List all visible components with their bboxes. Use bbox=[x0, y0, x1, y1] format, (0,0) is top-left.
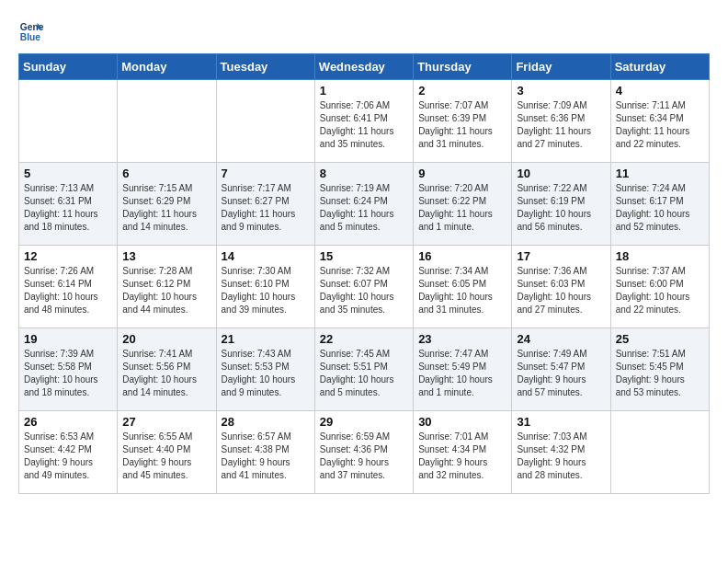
calendar-cell: 7Sunrise: 7:17 AM Sunset: 6:27 PM Daylig… bbox=[216, 163, 314, 246]
day-number: 8 bbox=[320, 167, 408, 180]
day-number: 1 bbox=[320, 84, 408, 98]
weekday-header: Saturday bbox=[610, 54, 709, 80]
day-info: Sunrise: 7:39 AM Sunset: 5:58 PM Dayligh… bbox=[24, 348, 112, 399]
day-info: Sunrise: 7:13 AM Sunset: 6:31 PM Dayligh… bbox=[24, 182, 112, 234]
day-number: 10 bbox=[517, 167, 605, 180]
day-info: Sunrise: 7:37 AM Sunset: 6:00 PM Dayligh… bbox=[616, 265, 704, 316]
day-number: 31 bbox=[517, 415, 605, 429]
day-number: 4 bbox=[616, 84, 704, 98]
day-number: 30 bbox=[418, 415, 506, 429]
day-number: 29 bbox=[320, 415, 408, 429]
day-info: Sunrise: 7:49 AM Sunset: 5:47 PM Dayligh… bbox=[517, 348, 605, 399]
calendar-week-row: 1Sunrise: 7:06 AM Sunset: 6:41 PM Daylig… bbox=[19, 80, 710, 163]
calendar-cell bbox=[19, 80, 118, 163]
svg-text:Blue: Blue bbox=[20, 32, 41, 42]
day-number: 21 bbox=[222, 332, 310, 346]
day-number: 15 bbox=[320, 249, 408, 263]
day-number: 24 bbox=[517, 332, 605, 346]
day-info: Sunrise: 7:34 AM Sunset: 6:05 PM Dayligh… bbox=[418, 265, 506, 316]
calendar-cell: 10Sunrise: 7:22 AM Sunset: 6:19 PM Dayli… bbox=[512, 163, 610, 246]
day-info: Sunrise: 7:30 AM Sunset: 6:10 PM Dayligh… bbox=[222, 265, 310, 316]
day-number: 18 bbox=[616, 249, 704, 263]
calendar-cell: 31Sunrise: 7:03 AM Sunset: 4:32 PM Dayli… bbox=[512, 411, 610, 494]
day-number: 6 bbox=[122, 167, 210, 180]
day-info: Sunrise: 7:24 AM Sunset: 6:17 PM Dayligh… bbox=[616, 182, 704, 234]
calendar-cell: 5Sunrise: 7:13 AM Sunset: 6:31 PM Daylig… bbox=[19, 163, 118, 246]
calendar-cell: 27Sunrise: 6:55 AM Sunset: 4:40 PM Dayli… bbox=[118, 411, 216, 494]
calendar-week-row: 5Sunrise: 7:13 AM Sunset: 6:31 PM Daylig… bbox=[19, 163, 710, 246]
day-info: Sunrise: 7:26 AM Sunset: 6:14 PM Dayligh… bbox=[24, 265, 112, 316]
calendar-cell: 13Sunrise: 7:28 AM Sunset: 6:12 PM Dayli… bbox=[118, 246, 216, 328]
weekday-header: Tuesday bbox=[216, 54, 314, 80]
day-info: Sunrise: 7:15 AM Sunset: 6:29 PM Dayligh… bbox=[122, 182, 210, 234]
calendar-cell: 29Sunrise: 6:59 AM Sunset: 4:36 PM Dayli… bbox=[314, 411, 413, 494]
calendar-cell: 20Sunrise: 7:41 AM Sunset: 5:56 PM Dayli… bbox=[118, 328, 216, 411]
day-info: Sunrise: 7:01 AM Sunset: 4:34 PM Dayligh… bbox=[418, 431, 506, 482]
day-number: 27 bbox=[122, 415, 210, 429]
calendar-cell: 22Sunrise: 7:45 AM Sunset: 5:51 PM Dayli… bbox=[314, 328, 413, 411]
weekday-header: Wednesday bbox=[314, 54, 413, 80]
day-info: Sunrise: 7:28 AM Sunset: 6:12 PM Dayligh… bbox=[122, 265, 210, 316]
day-info: Sunrise: 7:32 AM Sunset: 6:07 PM Dayligh… bbox=[320, 265, 408, 316]
day-number: 25 bbox=[616, 332, 704, 346]
calendar-week-row: 12Sunrise: 7:26 AM Sunset: 6:14 PM Dayli… bbox=[19, 246, 710, 328]
calendar-cell: 26Sunrise: 6:53 AM Sunset: 4:42 PM Dayli… bbox=[19, 411, 118, 494]
calendar-cell bbox=[610, 411, 709, 494]
calendar-cell: 14Sunrise: 7:30 AM Sunset: 6:10 PM Dayli… bbox=[216, 246, 314, 328]
day-number: 9 bbox=[418, 167, 506, 180]
calendar-cell: 28Sunrise: 6:57 AM Sunset: 4:38 PM Dayli… bbox=[216, 411, 314, 494]
calendar-cell: 1Sunrise: 7:06 AM Sunset: 6:41 PM Daylig… bbox=[314, 80, 413, 163]
day-info: Sunrise: 7:45 AM Sunset: 5:51 PM Dayligh… bbox=[320, 348, 408, 399]
day-info: Sunrise: 7:22 AM Sunset: 6:19 PM Dayligh… bbox=[517, 182, 605, 234]
day-number: 20 bbox=[122, 332, 210, 346]
day-number: 7 bbox=[222, 167, 310, 180]
day-number: 22 bbox=[320, 332, 408, 346]
calendar-cell: 11Sunrise: 7:24 AM Sunset: 6:17 PM Dayli… bbox=[610, 163, 709, 246]
day-info: Sunrise: 6:55 AM Sunset: 4:40 PM Dayligh… bbox=[122, 431, 210, 482]
day-info: Sunrise: 7:36 AM Sunset: 6:03 PM Dayligh… bbox=[517, 265, 605, 316]
calendar-cell: 18Sunrise: 7:37 AM Sunset: 6:00 PM Dayli… bbox=[610, 246, 709, 328]
calendar-cell: 2Sunrise: 7:07 AM Sunset: 6:39 PM Daylig… bbox=[414, 80, 512, 163]
day-number: 23 bbox=[418, 332, 506, 346]
day-number: 3 bbox=[517, 84, 605, 98]
calendar-cell: 23Sunrise: 7:47 AM Sunset: 5:49 PM Dayli… bbox=[414, 328, 512, 411]
logo: General Blue bbox=[18, 18, 48, 44]
day-number: 12 bbox=[24, 249, 112, 263]
calendar-cell: 9Sunrise: 7:20 AM Sunset: 6:22 PM Daylig… bbox=[414, 163, 512, 246]
day-info: Sunrise: 7:17 AM Sunset: 6:27 PM Dayligh… bbox=[222, 182, 310, 234]
calendar: SundayMondayTuesdayWednesdayThursdayFrid… bbox=[18, 53, 710, 494]
day-info: Sunrise: 7:43 AM Sunset: 5:53 PM Dayligh… bbox=[222, 348, 310, 399]
calendar-cell: 30Sunrise: 7:01 AM Sunset: 4:34 PM Dayli… bbox=[414, 411, 512, 494]
calendar-cell: 24Sunrise: 7:49 AM Sunset: 5:47 PM Dayli… bbox=[512, 328, 610, 411]
day-number: 13 bbox=[122, 249, 210, 263]
calendar-cell: 21Sunrise: 7:43 AM Sunset: 5:53 PM Dayli… bbox=[216, 328, 314, 411]
weekday-header: Thursday bbox=[414, 54, 512, 80]
calendar-cell: 19Sunrise: 7:39 AM Sunset: 5:58 PM Dayli… bbox=[19, 328, 118, 411]
page-header: General Blue bbox=[18, 18, 710, 44]
calendar-cell bbox=[216, 80, 314, 163]
day-info: Sunrise: 6:57 AM Sunset: 4:38 PM Dayligh… bbox=[222, 431, 310, 482]
day-number: 17 bbox=[517, 249, 605, 263]
calendar-cell: 16Sunrise: 7:34 AM Sunset: 6:05 PM Dayli… bbox=[414, 246, 512, 328]
day-number: 14 bbox=[222, 249, 310, 263]
day-info: Sunrise: 7:09 AM Sunset: 6:36 PM Dayligh… bbox=[517, 99, 605, 151]
day-info: Sunrise: 7:06 AM Sunset: 6:41 PM Dayligh… bbox=[320, 99, 408, 151]
day-info: Sunrise: 7:11 AM Sunset: 6:34 PM Dayligh… bbox=[616, 99, 704, 151]
calendar-cell bbox=[118, 80, 216, 163]
calendar-cell: 12Sunrise: 7:26 AM Sunset: 6:14 PM Dayli… bbox=[19, 246, 118, 328]
day-number: 2 bbox=[418, 84, 506, 98]
weekday-header: Monday bbox=[118, 54, 216, 80]
day-info: Sunrise: 7:41 AM Sunset: 5:56 PM Dayligh… bbox=[122, 348, 210, 399]
day-info: Sunrise: 7:19 AM Sunset: 6:24 PM Dayligh… bbox=[320, 182, 408, 234]
day-info: Sunrise: 6:53 AM Sunset: 4:42 PM Dayligh… bbox=[24, 431, 112, 482]
day-info: Sunrise: 7:03 AM Sunset: 4:32 PM Dayligh… bbox=[517, 431, 605, 482]
day-info: Sunrise: 7:51 AM Sunset: 5:45 PM Dayligh… bbox=[616, 348, 704, 399]
logo-icon: General Blue bbox=[18, 18, 44, 44]
day-number: 28 bbox=[222, 415, 310, 429]
day-info: Sunrise: 7:47 AM Sunset: 5:49 PM Dayligh… bbox=[418, 348, 506, 399]
day-info: Sunrise: 7:20 AM Sunset: 6:22 PM Dayligh… bbox=[418, 182, 506, 234]
calendar-cell: 6Sunrise: 7:15 AM Sunset: 6:29 PM Daylig… bbox=[118, 163, 216, 246]
calendar-week-row: 19Sunrise: 7:39 AM Sunset: 5:58 PM Dayli… bbox=[19, 328, 710, 411]
calendar-cell: 17Sunrise: 7:36 AM Sunset: 6:03 PM Dayli… bbox=[512, 246, 610, 328]
calendar-week-row: 26Sunrise: 6:53 AM Sunset: 4:42 PM Dayli… bbox=[19, 411, 710, 494]
